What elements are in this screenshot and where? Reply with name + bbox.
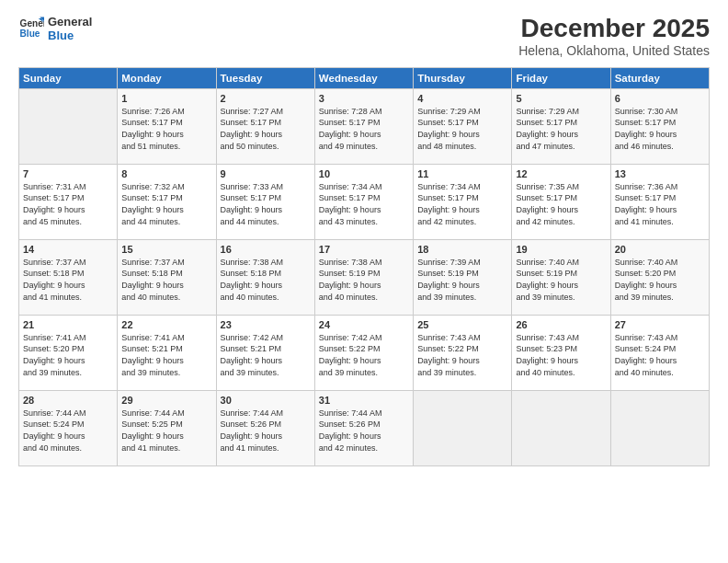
day-number: 14 (23, 244, 113, 255)
day-info: Sunrise: 7:44 AM Sunset: 5:25 PM Dayligh… (121, 408, 211, 454)
header: General Blue General Blue December 2025 … (18, 15, 710, 58)
day-number: 9 (221, 168, 311, 179)
day-info: Sunrise: 7:32 AM Sunset: 5:17 PM Dayligh… (121, 181, 211, 227)
day-cell: 24Sunrise: 7:42 AM Sunset: 5:22 PM Dayli… (314, 315, 413, 390)
day-cell: 4Sunrise: 7:29 AM Sunset: 5:17 PM Daylig… (414, 88, 512, 164)
day-cell (512, 390, 610, 465)
day-cell: 29Sunrise: 7:44 AM Sunset: 5:25 PM Dayli… (118, 390, 216, 465)
day-cell: 12Sunrise: 7:35 AM Sunset: 5:17 PM Dayli… (512, 164, 610, 239)
col-header-thursday: Thursday (414, 67, 512, 88)
day-info: Sunrise: 7:28 AM Sunset: 5:17 PM Dayligh… (319, 106, 409, 152)
day-number: 20 (615, 244, 705, 255)
day-cell: 3Sunrise: 7:28 AM Sunset: 5:17 PM Daylig… (314, 88, 413, 164)
col-header-tuesday: Tuesday (216, 67, 314, 88)
day-info: Sunrise: 7:38 AM Sunset: 5:19 PM Dayligh… (319, 257, 409, 303)
day-info: Sunrise: 7:29 AM Sunset: 5:17 PM Dayligh… (417, 106, 507, 152)
day-number: 11 (417, 168, 507, 179)
day-number: 22 (121, 319, 211, 330)
day-number: 8 (121, 168, 211, 179)
day-info: Sunrise: 7:29 AM Sunset: 5:17 PM Dayligh… (516, 106, 606, 152)
day-cell: 18Sunrise: 7:39 AM Sunset: 5:19 PM Dayli… (414, 239, 512, 315)
day-number: 30 (221, 395, 311, 406)
day-number: 16 (221, 244, 311, 255)
svg-text:Blue: Blue (20, 29, 40, 39)
day-number: 25 (417, 319, 507, 330)
day-number: 10 (319, 168, 409, 179)
day-info: Sunrise: 7:41 AM Sunset: 5:20 PM Dayligh… (23, 332, 113, 378)
day-info: Sunrise: 7:40 AM Sunset: 5:19 PM Dayligh… (516, 257, 606, 303)
day-info: Sunrise: 7:38 AM Sunset: 5:18 PM Dayligh… (221, 257, 311, 303)
day-number: 17 (319, 244, 409, 255)
day-number: 31 (319, 395, 409, 406)
day-info: Sunrise: 7:44 AM Sunset: 5:24 PM Dayligh… (23, 408, 113, 454)
day-info: Sunrise: 7:30 AM Sunset: 5:17 PM Dayligh… (615, 106, 705, 152)
day-info: Sunrise: 7:42 AM Sunset: 5:22 PM Dayligh… (319, 332, 409, 378)
day-cell: 9Sunrise: 7:33 AM Sunset: 5:17 PM Daylig… (216, 164, 314, 239)
day-cell: 2Sunrise: 7:27 AM Sunset: 5:17 PM Daylig… (216, 88, 314, 164)
week-row-2: 7Sunrise: 7:31 AM Sunset: 5:17 PM Daylig… (19, 164, 710, 239)
day-cell: 5Sunrise: 7:29 AM Sunset: 5:17 PM Daylig… (512, 88, 610, 164)
day-info: Sunrise: 7:37 AM Sunset: 5:18 PM Dayligh… (121, 257, 211, 303)
day-info: Sunrise: 7:36 AM Sunset: 5:17 PM Dayligh… (615, 181, 705, 227)
week-row-5: 28Sunrise: 7:44 AM Sunset: 5:24 PM Dayli… (19, 390, 710, 465)
day-cell: 19Sunrise: 7:40 AM Sunset: 5:19 PM Dayli… (512, 239, 610, 315)
day-number: 7 (23, 168, 113, 179)
day-info: Sunrise: 7:31 AM Sunset: 5:17 PM Dayligh… (23, 181, 113, 227)
day-info: Sunrise: 7:42 AM Sunset: 5:21 PM Dayligh… (221, 332, 311, 378)
day-cell: 15Sunrise: 7:37 AM Sunset: 5:18 PM Dayli… (118, 239, 216, 315)
day-number: 27 (615, 319, 705, 330)
week-row-1: 1Sunrise: 7:26 AM Sunset: 5:17 PM Daylig… (19, 88, 710, 164)
header-row: SundayMondayTuesdayWednesdayThursdayFrid… (19, 67, 710, 88)
day-cell: 22Sunrise: 7:41 AM Sunset: 5:21 PM Dayli… (118, 315, 216, 390)
location: Helena, Oklahoma, United States (518, 43, 710, 58)
day-cell: 13Sunrise: 7:36 AM Sunset: 5:17 PM Dayli… (610, 164, 709, 239)
day-info: Sunrise: 7:37 AM Sunset: 5:18 PM Dayligh… (23, 257, 113, 303)
day-number: 19 (516, 244, 606, 255)
title-area: December 2025 Helena, Oklahoma, United S… (518, 15, 710, 58)
day-cell: 14Sunrise: 7:37 AM Sunset: 5:18 PM Dayli… (19, 239, 118, 315)
col-header-sunday: Sunday (19, 67, 118, 88)
day-info: Sunrise: 7:43 AM Sunset: 5:23 PM Dayligh… (516, 332, 606, 378)
day-info: Sunrise: 7:26 AM Sunset: 5:17 PM Dayligh… (121, 106, 211, 152)
col-header-monday: Monday (118, 67, 216, 88)
col-header-wednesday: Wednesday (314, 67, 413, 88)
logo-line1: General (48, 15, 92, 29)
day-cell: 16Sunrise: 7:38 AM Sunset: 5:18 PM Dayli… (216, 239, 314, 315)
day-number: 4 (417, 93, 507, 104)
calendar-table: SundayMondayTuesdayWednesdayThursdayFrid… (18, 67, 710, 466)
day-cell: 8Sunrise: 7:32 AM Sunset: 5:17 PM Daylig… (118, 164, 216, 239)
day-cell (414, 390, 512, 465)
day-info: Sunrise: 7:34 AM Sunset: 5:17 PM Dayligh… (319, 181, 409, 227)
day-cell (610, 390, 709, 465)
week-row-4: 21Sunrise: 7:41 AM Sunset: 5:20 PM Dayli… (19, 315, 710, 390)
day-cell: 30Sunrise: 7:44 AM Sunset: 5:26 PM Dayli… (216, 390, 314, 465)
day-cell: 28Sunrise: 7:44 AM Sunset: 5:24 PM Dayli… (19, 390, 118, 465)
day-info: Sunrise: 7:27 AM Sunset: 5:17 PM Dayligh… (221, 106, 311, 152)
day-info: Sunrise: 7:39 AM Sunset: 5:19 PM Dayligh… (417, 257, 507, 303)
day-number: 1 (121, 93, 211, 104)
week-row-3: 14Sunrise: 7:37 AM Sunset: 5:18 PM Dayli… (19, 239, 710, 315)
day-number: 18 (417, 244, 507, 255)
month-title: December 2025 (518, 15, 710, 43)
logo: General Blue General Blue (18, 15, 92, 42)
day-cell: 23Sunrise: 7:42 AM Sunset: 5:21 PM Dayli… (216, 315, 314, 390)
day-number: 2 (221, 93, 311, 104)
day-info: Sunrise: 7:44 AM Sunset: 5:26 PM Dayligh… (221, 408, 311, 454)
day-number: 28 (23, 395, 113, 406)
day-cell: 7Sunrise: 7:31 AM Sunset: 5:17 PM Daylig… (19, 164, 118, 239)
day-number: 23 (221, 319, 311, 330)
col-header-friday: Friday (512, 67, 610, 88)
day-info: Sunrise: 7:41 AM Sunset: 5:21 PM Dayligh… (121, 332, 211, 378)
day-info: Sunrise: 7:44 AM Sunset: 5:26 PM Dayligh… (319, 408, 409, 454)
day-cell: 20Sunrise: 7:40 AM Sunset: 5:20 PM Dayli… (610, 239, 709, 315)
day-number: 29 (121, 395, 211, 406)
day-info: Sunrise: 7:43 AM Sunset: 5:22 PM Dayligh… (417, 332, 507, 378)
col-header-saturday: Saturday (610, 67, 709, 88)
day-info: Sunrise: 7:34 AM Sunset: 5:17 PM Dayligh… (417, 181, 507, 227)
logo-line2: Blue (48, 29, 92, 42)
day-number: 6 (615, 93, 705, 104)
day-cell: 11Sunrise: 7:34 AM Sunset: 5:17 PM Dayli… (414, 164, 512, 239)
day-number: 12 (516, 168, 606, 179)
day-number: 5 (516, 93, 606, 104)
day-number: 13 (615, 168, 705, 179)
